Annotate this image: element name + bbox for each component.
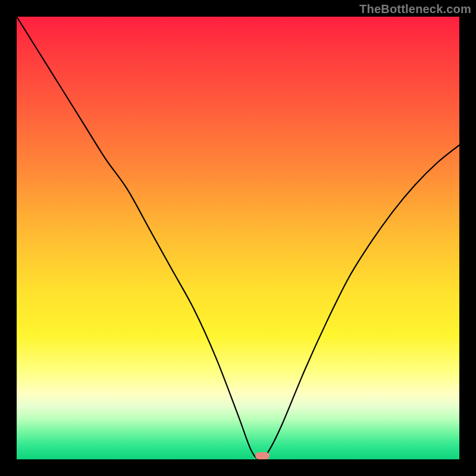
chart-frame: TheBottleneck.com	[0, 0, 476, 476]
vertex-marker	[255, 452, 270, 459]
plot-area	[17, 17, 459, 459]
watermark-text: TheBottleneck.com	[359, 2, 471, 16]
bottleneck-curve	[17, 17, 459, 459]
